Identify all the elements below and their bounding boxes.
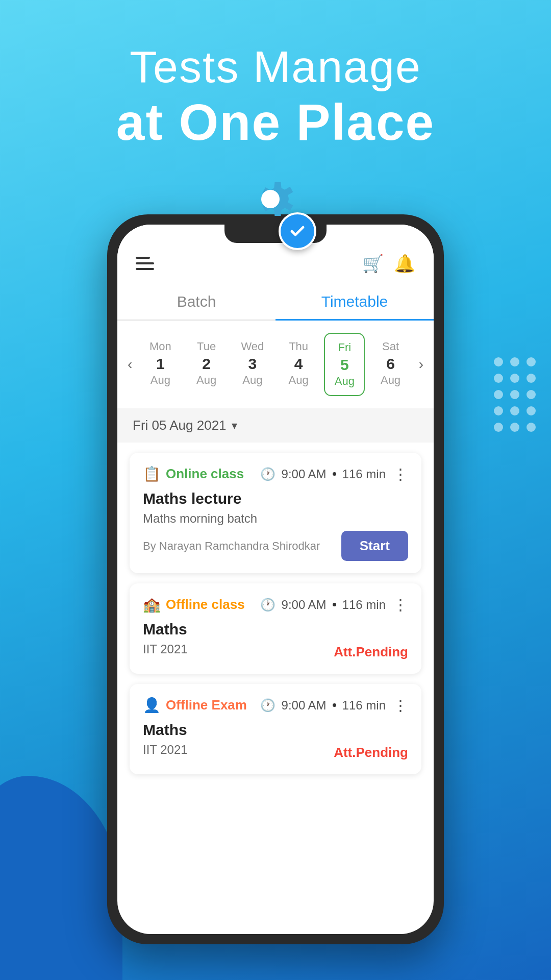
tab-batch[interactable]: Batch — [117, 284, 276, 320]
card-author: By Narayan Ramchandra Shirodkar — [143, 540, 320, 553]
class-card-0: 📋 Online class 🕐 9:00 AM 116 min ⋮ Maths… — [130, 453, 421, 573]
separator-dot — [333, 703, 336, 707]
card-title: Maths — [143, 621, 408, 638]
card-footer: IIT 2021 Att.Pending — [143, 642, 408, 662]
more-options-button[interactable]: ⋮ — [393, 596, 408, 614]
header-icons: 🛒 🔔 — [362, 253, 415, 274]
clock-icon: 🕐 — [260, 467, 276, 481]
calendar-day-wed[interactable]: Wed 3 Aug — [232, 333, 273, 396]
bell-icon[interactable]: 🔔 — [394, 253, 415, 274]
card-duration: 116 min — [342, 598, 386, 612]
offline-icon: 🏫 — [143, 596, 161, 613]
card-type-label: 🏫 Offline class — [143, 596, 245, 613]
calendar-days: Mon 1 Aug Tue 2 Aug Wed 3 Aug Thu 4 Aug … — [137, 333, 413, 396]
class-card-2: 👤 Offline Exam 🕐 9:00 AM 116 min ⋮ Maths… — [130, 684, 421, 774]
card-title: Maths lecture — [143, 490, 408, 507]
type-text: Online class — [166, 466, 244, 482]
dots-decoration — [494, 357, 536, 432]
card-footer: IIT 2021 Att.Pending — [143, 743, 408, 762]
hamburger-menu[interactable] — [136, 257, 154, 270]
calendar-day-thu[interactable]: Thu 4 Aug — [278, 333, 319, 396]
chevron-down-icon: ▾ — [232, 419, 237, 432]
calendar-next-arrow[interactable]: › — [414, 356, 429, 373]
type-text: Offline Exam — [166, 697, 247, 713]
calendar-day-sat[interactable]: Sat 6 Aug — [370, 333, 411, 396]
card-time: 9:00 AM — [282, 698, 327, 713]
clock-icon: 🕐 — [260, 598, 276, 612]
separator-dot — [333, 472, 336, 476]
date-header[interactable]: Fri 05 Aug 2021 ▾ — [117, 408, 434, 443]
card-duration: 116 min — [342, 467, 386, 481]
card-time: 9:00 AM — [282, 598, 327, 612]
more-options-button[interactable]: ⋮ — [393, 465, 408, 483]
att-pending-status: Att.Pending — [334, 644, 408, 660]
online-icon: 📋 — [143, 465, 161, 482]
card-subtitle: IIT 2021 — [143, 642, 188, 656]
calendar-prev-arrow[interactable]: ‹ — [122, 356, 137, 373]
clock-icon: 🕐 — [260, 698, 276, 713]
calendar-day-fri[interactable]: Fri 5 Aug — [324, 333, 365, 396]
calendar-day-tue[interactable]: Tue 2 Aug — [186, 333, 227, 396]
card-footer: By Narayan Ramchandra Shirodkar Start — [143, 531, 408, 561]
cards-container: 📋 Online class 🕐 9:00 AM 116 min ⋮ Maths… — [117, 443, 434, 785]
card-duration: 116 min — [342, 698, 386, 713]
card-subtitle-text: Maths morning batch — [143, 511, 408, 526]
tab-timetable[interactable]: Timetable — [276, 284, 434, 320]
card-subtitle: IIT 2021 — [143, 743, 188, 757]
calendar-day-mon[interactable]: Mon 1 Aug — [140, 333, 181, 396]
start-button[interactable]: Start — [341, 531, 408, 561]
card-time: 9:00 AM — [282, 467, 327, 481]
card-meta: 🕐 9:00 AM 116 min — [260, 698, 386, 713]
card-type-label: 📋 Online class — [143, 465, 244, 482]
exam-icon: 👤 — [143, 697, 161, 714]
type-text: Offline class — [166, 597, 245, 612]
separator-dot — [333, 603, 336, 606]
hero-line1: Tests Manage — [0, 41, 551, 93]
phone-screen: 🛒 🔔 Batch Timetable ‹ Mon 1 Aug Tue 2 Au… — [117, 225, 434, 934]
tabs-container: Batch Timetable — [117, 284, 434, 321]
selected-date-label: Fri 05 Aug 2021 — [133, 418, 227, 433]
more-options-button[interactable]: ⋮ — [393, 696, 408, 714]
hero-section: Tests Manage at One Place — [0, 0, 551, 152]
check-badge — [279, 212, 316, 250]
cart-icon[interactable]: 🛒 — [362, 253, 384, 274]
card-meta: 🕐 9:00 AM 116 min — [260, 598, 386, 612]
phone-mockup: 🛒 🔔 Batch Timetable ‹ Mon 1 Aug Tue 2 Au… — [107, 214, 444, 944]
card-meta: 🕐 9:00 AM 116 min — [260, 467, 386, 481]
card-type-label: 👤 Offline Exam — [143, 697, 247, 714]
blob-decoration — [0, 776, 122, 980]
calendar-row: ‹ Mon 1 Aug Tue 2 Aug Wed 3 Aug Thu 4 Au… — [117, 321, 434, 408]
hero-line2: at One Place — [0, 93, 551, 152]
gear-center — [261, 190, 280, 208]
card-title: Maths — [143, 721, 408, 739]
class-card-1: 🏫 Offline class 🕐 9:00 AM 116 min ⋮ Math… — [130, 583, 421, 674]
att-pending-status: Att.Pending — [334, 745, 408, 761]
gear-check-container — [235, 168, 316, 250]
